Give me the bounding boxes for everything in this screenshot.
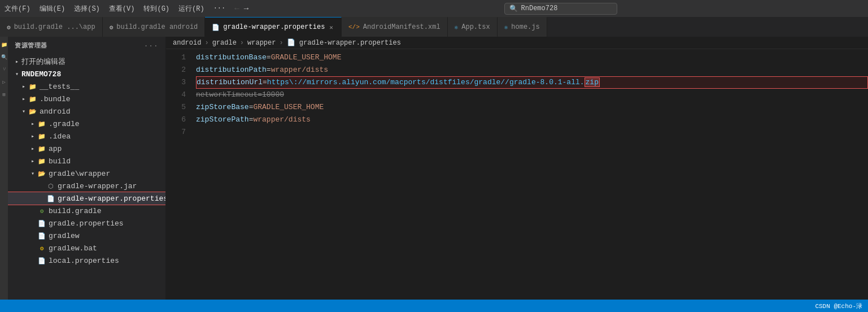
tab-home-js[interactable]: ⚛ home.js (498, 17, 547, 37)
chevron-icon (12, 57, 21, 66)
project-root[interactable]: RNDEMO728 (8, 68, 165, 80)
sidebar-item-gradle-props[interactable]: 📄 gradle-wrapper.properties (8, 192, 165, 205)
chevron-icon (28, 144, 37, 153)
sidebar-item-app[interactable]: 📁 app (8, 142, 165, 155)
tree-item-label: gradle.properties (49, 219, 124, 228)
breadcrumb: android › gradle › wrapper › 📄 gradle-wr… (166, 37, 868, 49)
menu-select[interactable]: 选择(S) (74, 4, 100, 14)
sidebar-item-build-gradle[interactable]: ⚙ build.gradle (8, 205, 165, 217)
tree-item-label: __tests__ (40, 83, 79, 91)
activity-files[interactable]: 📁 (0, 39, 8, 50)
status-bar: CSDN @Echo-渌 (0, 300, 868, 312)
tab-label: App.tsx (461, 23, 490, 31)
menu-goto[interactable]: 转到(G) (143, 4, 169, 14)
sidebar-item-gradlew-bat[interactable]: ⚙ gradlew.bat (8, 242, 165, 254)
code-equals: = (267, 64, 271, 76)
sidebar-item-gradle-wrapper[interactable]: 📂 gradle\wrapper (8, 167, 165, 180)
chevron-icon (28, 231, 37, 240)
code-line-5: zipStoreBase=GRADLE_USER_HOME (196, 101, 868, 114)
nav-back[interactable]: ← (234, 4, 239, 13)
sidebar-item-android[interactable]: 📂 android (8, 105, 165, 118)
breadcrumb-file[interactable]: 📄 gradle-wrapper.properties (287, 38, 401, 47)
code-key: zipStorePath (196, 114, 249, 126)
sidebar-item-dotgradle[interactable]: 📁 .gradle (8, 118, 165, 130)
search-text: RnDemo728 (521, 5, 558, 12)
menu-run[interactable]: 运行(R) (178, 4, 204, 14)
sidebar-item-build[interactable]: 📁 build (8, 155, 165, 167)
tab-build-app[interactable]: ⚙ build.gradle ...\app (0, 17, 103, 37)
tab-app-tsx[interactable]: ⚛ App.tsx (448, 17, 498, 37)
code-line-4: networkTimeout=10000 (196, 89, 868, 101)
tree-item-label: gradle-wrapper.properties (58, 194, 165, 203)
sidebar-item-local-properties[interactable]: 📄 local.properties (8, 254, 165, 267)
sidebar-item-gradle-jar[interactable]: ⬡ gradle-wrapper.jar (8, 180, 165, 192)
file-tree: 打开的编辑器 RNDEMO728 📁 __tests__ 📁 .bundle (8, 54, 165, 300)
tree-item-label: .bundle (40, 95, 71, 103)
code-value: GRADLE_USER_HOME (271, 51, 342, 64)
code-equals: = (249, 114, 254, 126)
file-icon: 📄 (212, 24, 220, 31)
properties-file-icon: 📄 (46, 194, 55, 203)
chevron-icon (37, 194, 46, 203)
code-value: GRADLE_USER_HOME (253, 101, 324, 114)
file-icon: 📄 (37, 219, 46, 228)
activity-git[interactable]: ⑂ (0, 64, 8, 75)
menu-file[interactable]: 文件(F) (5, 4, 30, 14)
app-folder-icon: 📁 (37, 144, 46, 153)
code-content[interactable]: distributionBase=GRADLE_USER_HOME distri… (191, 49, 868, 300)
chevron-icon (28, 157, 37, 166)
breadcrumb-sep: › (204, 39, 208, 47)
breadcrumb-gradle[interactable]: gradle (212, 39, 237, 47)
tree-item-label: gradlew (49, 232, 80, 240)
tree-item-label: local.properties (49, 257, 119, 265)
sidebar-item-idea[interactable]: 📁 .idea (8, 130, 165, 142)
code-url-value: https\://mirrors.aliyun.com/macports/dis… (267, 76, 600, 89)
open-editors-section[interactable]: 打开的编辑器 (8, 55, 165, 68)
main-area: 📁 🔍 ⑂ ▷ ⊞ 资源管理器 ··· 打开的编辑器 RNDEMO728 (0, 37, 868, 300)
global-search-box[interactable]: 🔍 RnDemo728 (504, 3, 617, 15)
sidebar-item-gradlew[interactable]: 📄 gradlew (8, 229, 165, 242)
code-value: wrapper/dists (253, 114, 310, 126)
tab-build-android[interactable]: ⚙ build.gradle android (103, 17, 206, 37)
tab-gradle-wrapper-properties[interactable]: 📄 gradle-wrapper.properties ✕ (205, 17, 342, 37)
breadcrumb-android[interactable]: android (173, 39, 201, 47)
activity-debug[interactable]: ▷ (0, 76, 8, 88)
code-key: distributionBase (196, 51, 267, 64)
chevron-icon (28, 206, 37, 215)
sidebar-title: 资源管理器 (15, 41, 47, 50)
code-line-2: distributionPath=wrapper/dists (196, 64, 868, 76)
activity-extensions[interactable]: ⊞ (0, 89, 8, 100)
folder-icon: 📁 (37, 119, 46, 128)
nav-forward[interactable]: → (244, 4, 248, 13)
breadcrumb-wrapper[interactable]: wrapper (247, 39, 276, 47)
xml-icon: </> (348, 24, 360, 31)
chevron-icon (28, 169, 37, 178)
sidebar-item-gradle-properties[interactable]: 📄 gradle.properties (8, 217, 165, 229)
jar-file-icon: ⬡ (46, 181, 55, 190)
tab-android-manifest[interactable]: </> AndroidManifest.xml (342, 17, 448, 37)
activity-bar: 📁 🔍 ⑂ ▷ ⊞ (0, 37, 8, 300)
menu-more[interactable]: ··· (213, 5, 226, 12)
activity-search[interactable]: 🔍 (0, 51, 8, 63)
chevron-icon (19, 107, 28, 116)
folder-open-icon: 📂 (37, 169, 46, 178)
code-key: distributionUrl (197, 76, 263, 89)
chevron-icon (28, 256, 37, 265)
tree-item-label: gradlew.bat (49, 244, 97, 253)
gradle-file-icon: ⚙ (37, 206, 46, 215)
open-editors-label: 打开的编辑器 (21, 57, 66, 67)
code-editor: 1 2 3 4 5 6 7 distributionBase=GRADLE_US… (166, 49, 868, 300)
menu-bar: 文件(F) 编辑(E) 选择(S) 查看(V) 转到(G) 运行(R) ··· (5, 4, 225, 14)
code-strikethrough: networkTimeout=10000 (196, 89, 284, 101)
menu-view[interactable]: 查看(V) (109, 4, 135, 14)
chevron-icon (28, 219, 37, 228)
menu-edit[interactable]: 编辑(E) (40, 4, 66, 14)
tab-close-button[interactable]: ✕ (328, 23, 334, 32)
tree-item-label: build (49, 157, 71, 166)
sidebar-item-tests[interactable]: 📁 __tests__ (8, 80, 165, 93)
chevron-icon (19, 94, 28, 103)
line-numbers: 1 2 3 4 5 6 7 (166, 49, 191, 300)
project-name: RNDEMO728 (21, 70, 61, 79)
sidebar-item-bundle[interactable]: 📁 .bundle (8, 93, 165, 105)
sidebar-more-button[interactable]: ··· (144, 42, 159, 49)
